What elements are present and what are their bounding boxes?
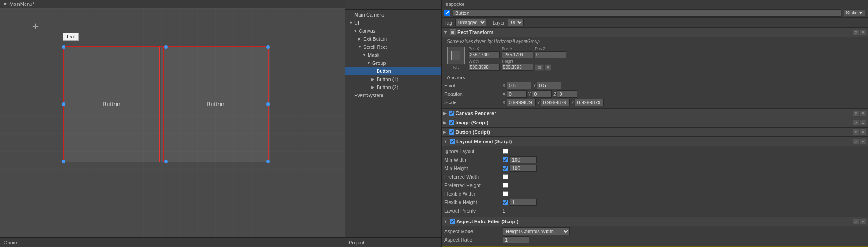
project-tab-label[interactable]: Project <box>349 240 364 245</box>
image-script-help-btn[interactable]: ? <box>853 119 859 126</box>
image-script-checkbox[interactable] <box>449 120 454 125</box>
handle-topright[interactable] <box>266 45 270 49</box>
width-height-r-btn[interactable]: R <box>545 64 551 71</box>
exit-btn-label[interactable]: Exit <box>63 33 79 41</box>
width-height-row: Width Height ⊞ R <box>469 59 863 71</box>
pos-x-label: Pos X <box>469 47 500 51</box>
min-height-checkbox[interactable] <box>503 166 508 171</box>
handle-bottomleft[interactable] <box>62 160 65 163</box>
layout-priority-value: 1 <box>503 208 865 213</box>
layer-select[interactable]: UI <box>508 19 524 26</box>
scale-y-input[interactable] <box>541 99 570 106</box>
tree-item-ui[interactable]: ▼ UI <box>345 19 441 27</box>
aspect-ratio-header[interactable]: ▼ Aspect Ratio Filter (Script) ? ≡ <box>442 217 868 226</box>
aspect-ratio-title: Aspect Ratio Filter (Script) <box>456 219 851 224</box>
rect-transform-icon: ⊞ <box>450 29 456 35</box>
handle-right[interactable] <box>266 102 270 106</box>
scale-x-input[interactable] <box>507 99 536 106</box>
width-height-expand-btn[interactable]: ⊞ <box>535 64 544 71</box>
preferred-width-checkbox[interactable] <box>503 174 508 179</box>
button-script-checkbox[interactable] <box>449 129 454 135</box>
min-height-input[interactable] <box>510 165 537 172</box>
hierarchy-header <box>345 0 441 10</box>
button-script-menu-btn[interactable]: ≡ <box>860 129 866 135</box>
rotation-y-input[interactable] <box>532 90 552 98</box>
static-btn[interactable]: Static ▼ <box>844 9 865 16</box>
hierarchy-minimize-btn[interactable]: — <box>337 1 343 7</box>
tree-item-eventsystem[interactable]: EventSystem <box>345 91 441 99</box>
min-width-input[interactable] <box>510 156 537 163</box>
width-input[interactable] <box>469 64 500 71</box>
hierarchy-panel: Main Camera ▼ UI ▼ Canvas ▶ Exit Button … <box>345 0 442 247</box>
button-script-header[interactable]: ▶ Button (Script) ? ≡ <box>442 128 868 136</box>
tree-item-exit-button[interactable]: ▶ Exit Button <box>345 35 441 43</box>
anchor-visual[interactable] <box>447 47 465 64</box>
game-tab-label[interactable]: Game <box>4 240 17 245</box>
tree-item-group[interactable]: ▼ Group <box>345 59 441 67</box>
pivot-y-input[interactable] <box>537 82 561 89</box>
pos-z-input[interactable] <box>535 51 566 58</box>
label-button-1: Button (1) <box>377 77 398 82</box>
layout-element-header[interactable]: ▼ Layout Element (Script) ? ≡ <box>442 137 868 146</box>
aspect-ratio-input[interactable] <box>503 236 529 243</box>
inspector-minimize-btn[interactable]: — <box>860 1 865 7</box>
image-script-menu-btn[interactable]: ≡ <box>860 119 866 126</box>
preferred-height-checkbox[interactable] <box>503 183 508 188</box>
layout-element-menu-btn[interactable]: ≡ <box>860 138 866 145</box>
button-script-help-btn[interactable]: ? <box>853 129 859 135</box>
tree-item-button-2[interactable]: ▶ Button (2) <box>345 83 441 91</box>
aspect-mode-select[interactable]: Height Controls Width <box>503 227 570 235</box>
rect-transform-title: Rect Transform <box>457 30 851 35</box>
pos-xyz-row: Pos X Pos Y Pos Z <box>469 47 863 58</box>
rect-transform-help-btn[interactable]: ? <box>853 29 859 35</box>
pos-y-input[interactable] <box>502 51 533 58</box>
rotation-z-input[interactable] <box>557 90 577 98</box>
rect-transform-header[interactable]: ▼ ⊞ Rect Transform ? ≡ <box>442 28 868 37</box>
flexible-height-label: Flexible Height <box>444 200 503 205</box>
aspect-ratio-menu-btn[interactable]: ≡ <box>860 218 866 225</box>
flexible-height-input[interactable] <box>510 199 537 206</box>
image-script-collapse: ▶ <box>443 120 447 125</box>
rotation-x-input[interactable] <box>507 90 527 98</box>
image-script-actions: ? ≡ <box>853 119 866 126</box>
canvas-renderer-menu-btn[interactable]: ≡ <box>860 110 866 116</box>
pivot-x-input[interactable] <box>507 82 531 89</box>
flexible-height-checkbox[interactable] <box>503 200 508 205</box>
tree-item-main-camera[interactable]: Main Camera <box>345 11 441 19</box>
scale-label: Scale <box>444 100 503 105</box>
layout-element-help-btn[interactable]: ? <box>853 138 859 145</box>
handle-bottomright[interactable] <box>266 160 270 163</box>
image-script-header[interactable]: ▶ Image (Script) ? ≡ <box>442 118 868 127</box>
anchors-row: Anchors <box>444 73 865 81</box>
flexible-width-checkbox[interactable] <box>503 191 508 196</box>
min-width-checkbox[interactable] <box>503 157 508 162</box>
handle-topleft[interactable] <box>62 45 65 49</box>
rect-transform-menu-btn[interactable]: ≡ <box>860 29 866 35</box>
height-input[interactable] <box>502 64 533 71</box>
pos-x-input[interactable] <box>469 51 500 58</box>
canvas-renderer-checkbox[interactable] <box>449 111 454 116</box>
tree-item-canvas[interactable]: ▼ Canvas <box>345 27 441 35</box>
tag-select[interactable]: Untagged <box>455 19 486 26</box>
canvas-renderer-header[interactable]: ▶ Canvas Renderer ? ≡ <box>442 109 868 118</box>
handle-top[interactable] <box>164 45 168 49</box>
tree-item-button[interactable]: Button <box>345 67 441 75</box>
hierarchy-collapse-icon[interactable]: ▼ <box>3 1 8 7</box>
flexible-width-row: Flexible Width <box>444 190 865 198</box>
handle-bottom[interactable] <box>164 160 168 163</box>
tree-item-scroll-rect[interactable]: ▼ Scroll Rect <box>345 43 441 51</box>
scale-z-input[interactable] <box>575 99 604 106</box>
aspect-ratio-checkbox[interactable] <box>450 219 455 224</box>
ignore-layout-checkbox[interactable] <box>503 149 508 154</box>
canvas-renderer-help-btn[interactable]: ? <box>853 110 859 116</box>
hierarchy-content[interactable]: Main Camera ▼ UI ▼ Canvas ▶ Exit Button … <box>345 10 441 237</box>
handle-left[interactable] <box>62 102 65 106</box>
layout-element-checkbox[interactable] <box>450 139 455 144</box>
object-active-checkbox[interactable] <box>444 10 450 16</box>
tree-item-mask[interactable]: ▼ Mask <box>345 51 441 59</box>
tree-item-button-1[interactable]: ▶ Button (1) <box>345 75 441 83</box>
aspect-ratio-help-btn[interactable]: ? <box>853 218 859 225</box>
object-name-input[interactable] <box>453 9 841 17</box>
layout-priority-label: Layout Priority <box>444 208 503 213</box>
width-label: Width <box>469 59 500 64</box>
